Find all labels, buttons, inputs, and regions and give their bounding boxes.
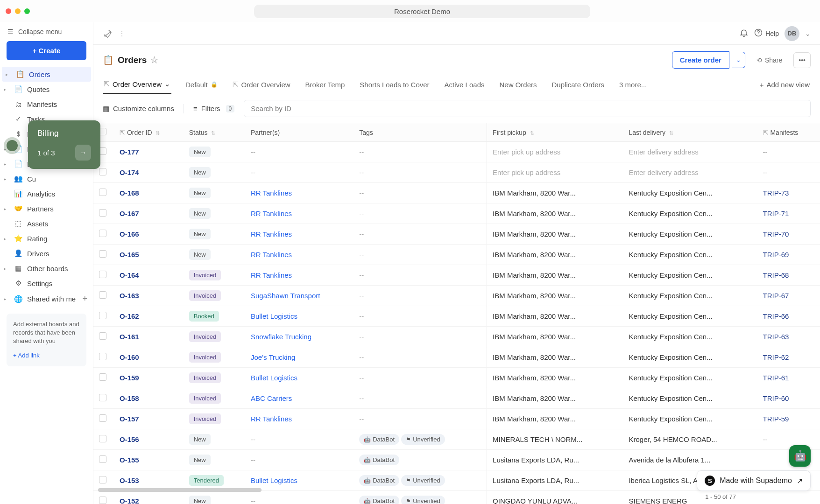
row-checkbox[interactable] — [99, 497, 106, 504]
row-checkbox[interactable] — [99, 455, 106, 463]
order-id-link[interactable]: O-177 — [120, 148, 139, 156]
help-button[interactable]: Help — [754, 28, 779, 38]
tab-default[interactable]: Default🔒 — [184, 76, 219, 93]
tour-next-button[interactable]: → — [75, 145, 91, 161]
order-id-link[interactable]: O-168 — [120, 189, 139, 197]
create-button[interactable]: + Create — [7, 41, 86, 60]
chevron-down-icon[interactable]: ⌄ — [805, 30, 811, 37]
partner-link[interactable]: ABC Carriers — [251, 394, 292, 402]
row-checkbox[interactable] — [99, 271, 106, 278]
table-row[interactable]: O-177New----Enter pick up addressEnter d… — [93, 142, 820, 162]
row-checkbox[interactable] — [99, 168, 106, 175]
tag-databot[interactable]: 🤖DataBot — [359, 434, 399, 445]
tab-duplicate-orders[interactable]: Duplicate Orders — [551, 76, 606, 93]
drag-handle-icon[interactable]: ⋮ — [119, 30, 125, 37]
order-id-link[interactable]: O-152 — [120, 497, 139, 504]
manifest-link[interactable]: TRIP-60 — [763, 394, 789, 402]
maximize-window-icon[interactable] — [24, 8, 30, 14]
supademo-badge[interactable]: S Made with Supademo ↗ — [697, 470, 811, 491]
create-order-dropdown[interactable]: ⌄ — [732, 52, 745, 68]
row-checkbox[interactable] — [99, 373, 106, 381]
tab-broker-temp[interactable]: Broker Temp — [304, 76, 346, 93]
tab-shorts-loads-to-cover[interactable]: Shorts Loads to Cover — [359, 76, 430, 93]
order-id-link[interactable]: O-158 — [120, 394, 139, 402]
col-status[interactable]: Status ⇅ — [184, 123, 245, 142]
table-row[interactable]: O-165NewRR Tanklines--IBM Markham, 8200 … — [93, 245, 820, 265]
table-row[interactable]: O-166NewRR Tanklines--IBM Markham, 8200 … — [93, 224, 820, 245]
sidebar-item-rating[interactable]: ▸⭐Rating — [0, 231, 93, 246]
row-checkbox[interactable] — [99, 353, 106, 360]
sidebar-item-assets[interactable]: ⬚Assets — [0, 216, 93, 231]
partner-link[interactable]: RR Tanklines — [251, 251, 292, 259]
star-icon[interactable]: ☆ — [150, 55, 158, 65]
order-id-link[interactable]: O-174 — [120, 168, 139, 176]
partner-link[interactable]: Bullet Logistics — [251, 312, 297, 320]
tab-order-overview[interactable]: ⇱Order Overview — [232, 76, 291, 93]
order-id-link[interactable]: O-167 — [120, 210, 139, 217]
table-row[interactable]: O-157InvoicedRR Tanklines--IBM Markham, … — [93, 409, 820, 429]
delivery-placeholder[interactable]: Enter delivery address — [629, 148, 698, 156]
order-id-link[interactable]: O-164 — [120, 271, 139, 279]
tag-databot[interactable]: 🤖DataBot — [359, 455, 399, 465]
table-row[interactable]: O-161InvoicedSnowflake Trucking--IBM Mar… — [93, 327, 820, 347]
manifest-link[interactable]: TRIP-66 — [763, 312, 789, 320]
order-id-link[interactable]: O-162 — [120, 312, 139, 320]
row-checkbox[interactable] — [99, 414, 106, 422]
manifest-link[interactable]: TRIP-68 — [763, 271, 789, 279]
partner-link[interactable]: RR Tanklines — [251, 230, 292, 238]
manifest-link[interactable]: TRIP-63 — [763, 333, 789, 341]
manifest-link[interactable]: TRIP-61 — [763, 374, 789, 382]
sidebar-item-cu[interactable]: ▸👥Cu — [0, 171, 93, 186]
sidebar-item-quotes[interactable]: ▸📄Quotes — [0, 82, 93, 97]
manifest-link[interactable]: TRIP-59 — [763, 415, 789, 423]
tab-order-overview[interactable]: ⇱Order Overview⌄ — [103, 75, 171, 94]
table-row[interactable]: O-155New--🤖DataBotLusitana Exports LDA, … — [93, 450, 820, 470]
add-link-button[interactable]: + Add link — [13, 351, 80, 360]
row-checkbox[interactable] — [99, 312, 106, 319]
customize-columns-button[interactable]: ▦ Customize columns — [103, 105, 174, 113]
manifest-link[interactable]: TRIP-62 — [763, 353, 789, 361]
row-checkbox[interactable] — [99, 189, 106, 196]
partner-link[interactable]: RR Tanklines — [251, 271, 292, 279]
row-checkbox[interactable] — [99, 394, 106, 401]
partner-link[interactable]: Bullet Logistics — [251, 476, 297, 484]
order-id-link[interactable]: O-166 — [120, 230, 139, 238]
manifest-link[interactable]: TRIP-73 — [763, 189, 789, 197]
partner-link[interactable]: RR Tanklines — [251, 189, 292, 197]
row-checkbox[interactable] — [99, 291, 106, 299]
table-row[interactable]: O-164InvoicedRR Tanklines--IBM Markham, … — [93, 265, 820, 286]
partner-link[interactable]: Snowflake Trucking — [251, 333, 311, 341]
pickup-placeholder[interactable]: Enter pick up address — [493, 148, 560, 156]
tag-unverified[interactable]: ⚑Unverified — [401, 475, 445, 486]
pickup-placeholder[interactable]: Enter pick up address — [493, 168, 560, 176]
tab-new-orders[interactable]: New Orders — [499, 76, 538, 93]
table-row[interactable]: O-168NewRR Tanklines--IBM Markham, 8200 … — [93, 183, 820, 203]
row-checkbox[interactable] — [99, 209, 106, 217]
sidebar-item-manifests[interactable]: 🗂Manifests — [0, 97, 93, 112]
col-first-pickup[interactable]: First pickup ⇅ — [487, 123, 623, 142]
table-row[interactable]: O-158InvoicedABC Carriers--IBM Markham, … — [93, 388, 820, 409]
tag-unverified[interactable]: ⚑Unverified — [401, 434, 445, 445]
sidebar-item-other-boards[interactable]: ▸▦Other boards — [0, 261, 93, 276]
col-last-delivery[interactable]: Last delivery ⇅ — [623, 123, 757, 142]
order-id-link[interactable]: O-157 — [120, 415, 139, 423]
partner-link[interactable]: RR Tanklines — [251, 415, 292, 423]
add-view-button[interactable]: +Add new view — [759, 76, 811, 93]
table-row[interactable]: O-167NewRR Tanklines--IBM Markham, 8200 … — [93, 203, 820, 224]
manifest-link[interactable]: TRIP-67 — [763, 292, 789, 300]
minimize-window-icon[interactable] — [15, 8, 21, 14]
tag-databot[interactable]: 🤖DataBot — [359, 475, 399, 486]
manifest-link[interactable]: TRIP-69 — [763, 251, 789, 259]
user-avatar[interactable]: DB — [785, 26, 799, 41]
order-id-link[interactable]: O-155 — [120, 456, 139, 464]
manifest-link[interactable]: TRIP-70 — [763, 230, 789, 238]
order-id-link[interactable]: O-159 — [120, 374, 139, 382]
collapse-menu-button[interactable]: ☰ Collapse menu — [0, 22, 93, 41]
search-input[interactable] — [244, 100, 811, 117]
order-id-link[interactable]: O-156 — [120, 435, 139, 443]
partner-link[interactable]: RR Tanklines — [251, 210, 292, 217]
notifications-icon[interactable] — [739, 28, 749, 39]
table-row[interactable]: O-162BookedBullet Logistics--IBM Markham… — [93, 306, 820, 327]
close-window-icon[interactable] — [6, 8, 11, 14]
row-checkbox[interactable] — [99, 230, 106, 237]
